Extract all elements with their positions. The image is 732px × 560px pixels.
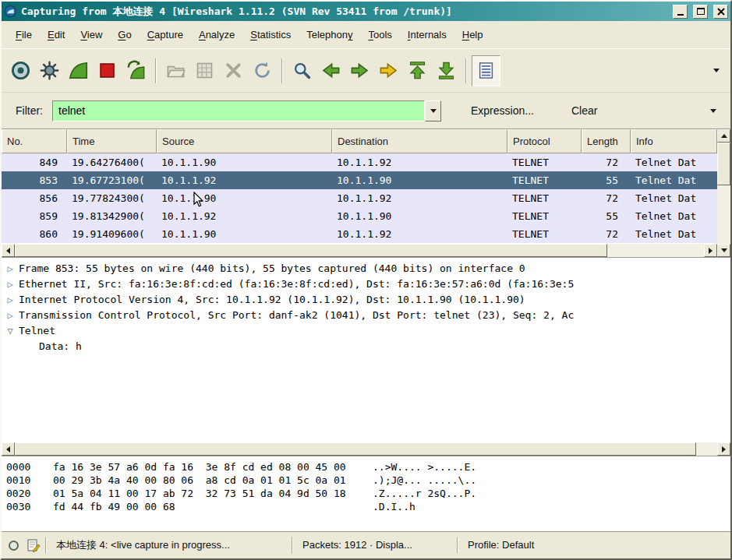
open-file-button[interactable]: [161, 55, 190, 86]
packet-row-853[interactable]: 85319.67723100(10.1.1.9210.1.1.90TELNET5…: [2, 171, 717, 189]
menu-item-statistics[interactable]: Statistics: [242, 25, 299, 44]
packet-row-856[interactable]: 85619.77824300(10.1.1.9010.1.1.92TELNET7…: [2, 189, 717, 207]
cell-source: 10.1.1.90: [157, 225, 332, 243]
scroll-left-button[interactable]: [2, 244, 15, 257]
filter-input[interactable]: [52, 100, 425, 122]
menu-item-internals[interactable]: Internals: [400, 25, 454, 44]
detail-line[interactable]: Data: h: [2, 339, 730, 354]
menu-item-capture[interactable]: Capture: [140, 25, 191, 44]
packet-row-859[interactable]: 85919.81342900(10.1.1.9210.1.1.90TELNET5…: [2, 207, 717, 225]
go-to-top-button[interactable]: [403, 55, 432, 86]
title-bar[interactable]: Capturing from 本地连接 4 [Wireshark 1.11.2 …: [2, 2, 730, 21]
expand-triangle-icon[interactable]: ▷: [2, 261, 19, 276]
hex-row-0020[interactable]: 002001 5a 04 11 00 17 ab 72 32 73 51 da …: [6, 487, 730, 500]
cell-source: 10.1.1.90: [157, 153, 332, 171]
expand-triangle-icon[interactable]: ▷: [2, 276, 19, 292]
cell-no: 856: [2, 189, 67, 207]
start-capture-button[interactable]: [64, 55, 93, 86]
hex-bytes: 01 5a 04 11 00 17 ab 72 32 73 51 da 04 9…: [53, 487, 359, 500]
minimize-icon: [677, 14, 684, 16]
column-header-no[interactable]: No.: [2, 129, 67, 153]
filter-button[interactable]: Filter:: [9, 104, 52, 117]
scroll-down-button[interactable]: [717, 244, 730, 257]
menu-item-edit[interactable]: Edit: [40, 25, 72, 44]
menu-item-analyze[interactable]: Analyze: [191, 25, 242, 44]
main-toolbar: [2, 48, 730, 92]
close-button[interactable]: [713, 5, 728, 19]
hex-row-0030[interactable]: 0030fd 44 fb 49 00 00 68.D.I..h: [6, 500, 730, 513]
toolbar-overflow-button[interactable]: [707, 57, 726, 85]
go-back-button[interactable]: [316, 55, 345, 86]
maximize-button[interactable]: [693, 5, 708, 19]
menu-item-tools[interactable]: Tools: [361, 25, 400, 44]
packet-row-860[interactable]: 86019.91409600(10.1.1.9010.1.1.92TELNET7…: [2, 225, 717, 243]
detail-line[interactable]: ▷Frame 853: 55 bytes on wire (440 bits),…: [2, 261, 730, 276]
column-header-destination[interactable]: Destination: [332, 129, 507, 153]
hscroll-track[interactable]: [15, 244, 704, 257]
menu-item-file[interactable]: File: [8, 25, 40, 44]
hex-row-0000[interactable]: 0000fa 16 3e 57 a6 0d fa 16 3e 8f cd ed …: [6, 460, 730, 474]
packet-list-vscrollbar[interactable]: [717, 129, 730, 257]
hscroll-track[interactable]: [15, 442, 717, 456]
go-to-packet-button[interactable]: [374, 55, 403, 86]
collapse-triangle-icon[interactable]: ▽: [2, 323, 19, 339]
mouse-cursor: [193, 192, 203, 208]
hex-bytes: 00 29 3b 4a 40 00 80 06 a8 cd 0a 01 01 5…: [53, 474, 359, 487]
column-header-protocol[interactable]: Protocol: [507, 129, 582, 153]
expression-button[interactable]: Expression...: [463, 100, 542, 122]
column-header-info[interactable]: Info: [631, 129, 717, 153]
hex-row-0010[interactable]: 001000 29 3b 4a 40 00 80 06 a8 cd 0a 01 …: [6, 474, 730, 487]
packet-list-hscrollbar[interactable]: [2, 244, 717, 257]
column-header-source[interactable]: Source: [157, 129, 332, 153]
cell-destination: 10.1.1.92: [332, 189, 507, 207]
menu-item-go[interactable]: Go: [110, 25, 139, 44]
minimize-button[interactable]: [673, 5, 688, 19]
close-file-button[interactable]: [219, 55, 248, 86]
detail-line[interactable]: ▽Telnet: [2, 323, 730, 339]
detail-line[interactable]: ▷Ethernet II, Src: fa:16:3e:8f:cd:ed (fa…: [2, 276, 730, 292]
scroll-right-button[interactable]: [704, 244, 717, 257]
expert-info-button[interactable]: [6, 538, 21, 553]
maximize-icon: [697, 8, 705, 15]
reload-button[interactable]: [248, 55, 277, 86]
scroll-up-button[interactable]: [717, 129, 730, 143]
capture-comment-button[interactable]: [26, 538, 41, 553]
menu-item-telephony[interactable]: Telephony: [299, 25, 360, 44]
cell-no: 860: [2, 225, 67, 243]
go-to-bottom-button[interactable]: [432, 55, 461, 86]
capture-options-button[interactable]: [35, 55, 64, 86]
menu-item-view[interactable]: View: [72, 25, 110, 44]
hscroll-thumb[interactable]: [15, 244, 607, 257]
scroll-left-button[interactable]: [2, 442, 15, 456]
packet-rows: 84919.64276400(10.1.1.9010.1.1.92TELNET7…: [2, 153, 717, 244]
hscroll-thumb[interactable]: [15, 442, 696, 456]
vscroll-thumb[interactable]: [717, 143, 730, 185]
expand-triangle-icon[interactable]: ▷: [2, 308, 19, 323]
filter-dropdown-button[interactable]: [425, 100, 441, 122]
menu-item-help[interactable]: Help: [454, 25, 491, 44]
details-hscrollbar[interactable]: [2, 442, 730, 456]
column-header-time[interactable]: Time: [67, 129, 157, 153]
detail-line[interactable]: ▷Transmission Control Protocol, Src Port…: [2, 308, 730, 323]
go-forward-button[interactable]: [345, 55, 374, 86]
find-packet-button[interactable]: [288, 55, 316, 86]
expand-triangle-icon[interactable]: ▷: [2, 292, 19, 308]
list-interfaces-button[interactable]: [6, 55, 35, 86]
save-file-button[interactable]: [190, 55, 219, 86]
hex-bytes: fd 44 fb 49 00 00 68: [53, 500, 359, 513]
restart-capture-button[interactable]: [122, 55, 150, 86]
menu-bar: FileEditViewGoCaptureAnalyzeStatisticsTe…: [2, 21, 730, 48]
statusbar-separator: [292, 537, 293, 554]
capture-comment-icon: [27, 538, 41, 552]
filterbar-overflow-button[interactable]: [704, 97, 723, 125]
scroll-right-button[interactable]: [717, 442, 730, 456]
packet-row-849[interactable]: 84919.64276400(10.1.1.9010.1.1.92TELNET7…: [2, 153, 717, 171]
colorize-list-button[interactable]: [472, 55, 500, 86]
detail-text: Telnet: [19, 323, 55, 339]
stop-capture-button[interactable]: [93, 55, 122, 86]
column-header-length[interactable]: Length: [582, 129, 631, 153]
detail-line[interactable]: ▷Internet Protocol Version 4, Src: 10.1.…: [2, 292, 730, 308]
profile-field[interactable]: Profile: Default: [463, 537, 726, 554]
vscroll-track[interactable]: [717, 143, 730, 244]
clear-button[interactable]: Clear: [564, 100, 605, 122]
